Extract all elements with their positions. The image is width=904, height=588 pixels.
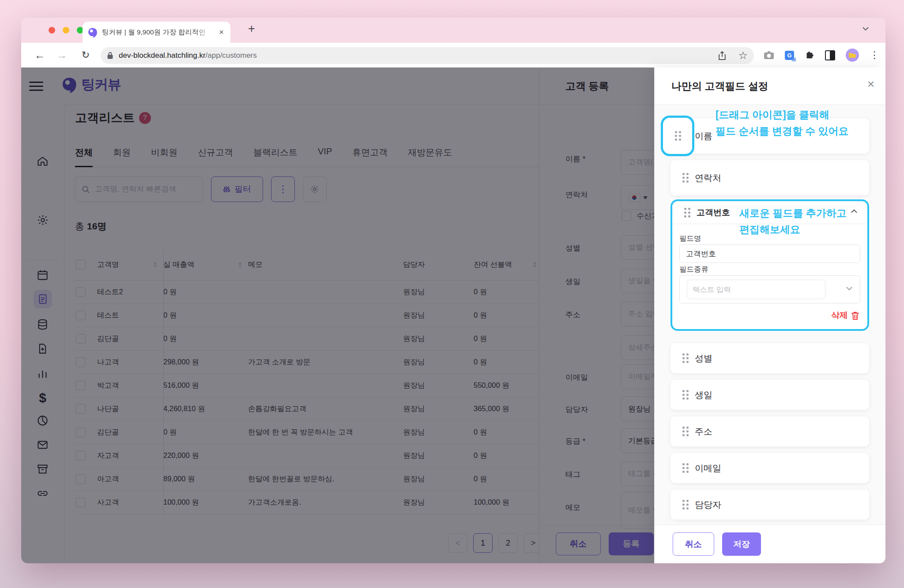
field-items-list: 성별 생일 주소 이메일 담당자 <box>655 343 885 520</box>
field-item[interactable]: 주소 <box>670 416 869 446</box>
field-item[interactable]: 생일 <box>670 380 869 410</box>
drag-handle-icon[interactable] <box>675 131 681 141</box>
drag-handle-highlight <box>661 116 694 156</box>
field-item[interactable]: 성별 <box>670 343 869 373</box>
chevron-up-icon[interactable] <box>851 209 858 213</box>
browser-menu-icon[interactable]: ⋮ <box>870 49 879 61</box>
lock-icon <box>107 52 113 60</box>
reload-icon[interactable]: ↻ <box>78 43 94 67</box>
settings-drawer-header: 나만의 고객필드 설정 × <box>655 67 885 105</box>
address-bar[interactable]: dev-blockdeal.hatchling.kr/app/customers… <box>101 47 754 64</box>
browser-tab[interactable]: 팅커뷰 | 월 9,900원 가장 합리적인 × <box>83 22 230 43</box>
drag-handle-icon[interactable] <box>682 463 688 473</box>
side-panel-icon[interactable] <box>825 50 835 60</box>
profile-avatar[interactable] <box>846 49 859 62</box>
field-type-label: 필드종류 <box>679 265 708 274</box>
tab-close-icon[interactable]: × <box>218 27 225 37</box>
translate-icon[interactable]: G <box>785 51 794 60</box>
drag-handle-icon[interactable] <box>682 500 688 509</box>
drag-handle-icon[interactable] <box>682 427 688 436</box>
favicon-speech-bubble-icon <box>88 27 98 37</box>
tab-title: 팅커뷰 | 월 9,900원 가장 합리적인 <box>102 28 214 37</box>
settings-title: 나만의 고객필드 설정 <box>671 79 768 93</box>
field-item-customer-number-expanded: 고객번호 새로운 필드를 추가하고 편집해보세요 필드명 필드종류 삭제 <box>670 199 869 331</box>
extensions-puzzle-icon[interactable] <box>805 50 814 60</box>
trash-icon <box>851 311 859 320</box>
browser-window: 팅커뷰 | 월 9,900원 가장 합리적인 × + ← → ↻ dev-blo… <box>21 18 885 563</box>
field-name-input[interactable] <box>679 244 860 263</box>
bookmark-star-icon[interactable]: ☆ <box>738 49 748 62</box>
browser-tab-strip: 팅커뷰 | 월 9,900원 가장 합리적인 × + <box>21 18 885 43</box>
cheese-icon <box>849 52 856 58</box>
field-type-input[interactable] <box>687 280 825 299</box>
add-tooltip-line1: 새로운 필드를 추가하고 <box>739 206 847 220</box>
add-tooltip-line2: 편집해보세요 <box>739 223 800 236</box>
settings-cancel-button[interactable]: 취소 <box>673 532 714 556</box>
drag-tooltip-line2: 필드 순서를 변경할 수 있어요 <box>716 124 849 138</box>
tab-search-chevron-icon[interactable] <box>862 26 869 31</box>
traffic-light-close[interactable] <box>49 27 55 34</box>
field-item-contact[interactable]: 연락처 <box>670 160 869 195</box>
url-text: dev-blockdeal.hatchling.kr/app/customers <box>119 51 257 60</box>
drag-tooltip-line1: [드래그 아이콘]을 클릭해 <box>716 108 829 122</box>
browser-toolbar: ← → ↻ dev-blockdeal.hatchling.kr/app/cus… <box>21 43 885 68</box>
delete-field-button[interactable]: 삭제 <box>831 310 859 321</box>
field-item[interactable]: 이메일 <box>670 453 869 483</box>
field-settings-drawer: 나만의 고객필드 설정 × 이름 [드래그 아이콘]을 클릭해 필드 순서를 변… <box>654 67 885 563</box>
drag-handle-icon[interactable] <box>682 173 688 183</box>
drag-handle-icon[interactable] <box>682 353 688 363</box>
field-name-label: 필드명 <box>679 234 701 243</box>
share-icon[interactable] <box>718 51 727 60</box>
chevron-down-icon <box>846 286 853 291</box>
toolbar-extensions: G ⋮ <box>764 43 879 67</box>
forward-icon[interactable]: → <box>54 43 70 67</box>
field-item[interactable]: 담당자 <box>670 490 869 520</box>
settings-footer: 취소 저장 <box>655 524 885 563</box>
settings-save-button[interactable]: 저장 <box>722 532 761 556</box>
back-icon[interactable]: ← <box>32 43 48 67</box>
camera-icon[interactable] <box>764 51 774 60</box>
traffic-light-minimize[interactable] <box>63 27 69 34</box>
new-tab-button[interactable]: + <box>248 23 255 35</box>
drag-handle-icon[interactable] <box>684 208 690 217</box>
field-type-select[interactable] <box>679 275 860 303</box>
drag-handle-icon[interactable] <box>682 390 688 400</box>
close-icon[interactable]: × <box>867 78 874 90</box>
